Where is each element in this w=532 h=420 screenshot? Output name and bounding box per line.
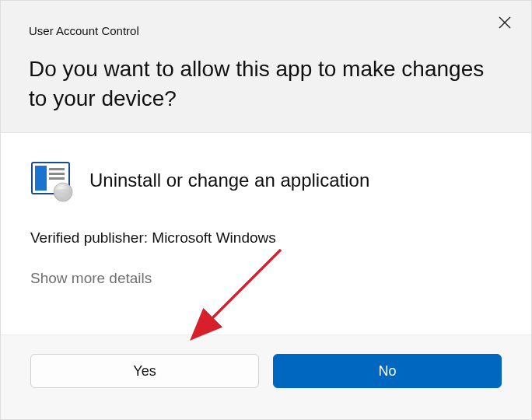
svg-rect-3 [35, 166, 47, 191]
no-button[interactable]: No [273, 354, 502, 388]
svg-rect-6 [49, 177, 65, 180]
close-icon [499, 16, 511, 29]
app-name: Uninstall or change an application [89, 170, 369, 191]
dialog-title: User Account Control [29, 24, 503, 37]
svg-rect-5 [49, 173, 65, 175]
close-button[interactable] [494, 12, 516, 33]
publisher-line: Verified publisher: Microsoft Windows [30, 229, 502, 247]
svg-rect-4 [49, 168, 65, 170]
dialog-question: Do you want to allow this app to make ch… [29, 54, 503, 114]
app-row: Uninstall or change an application [30, 161, 502, 200]
dialog-footer: Yes No [1, 334, 531, 419]
yes-button[interactable]: Yes [30, 354, 259, 388]
app-icon [30, 161, 72, 200]
show-more-link[interactable]: Show more details [30, 270, 502, 287]
svg-point-8 [54, 189, 72, 195]
dialog-body: Uninstall or change an application Verif… [1, 133, 531, 303]
dialog-header: User Account Control Do you want to allo… [1, 1, 531, 133]
